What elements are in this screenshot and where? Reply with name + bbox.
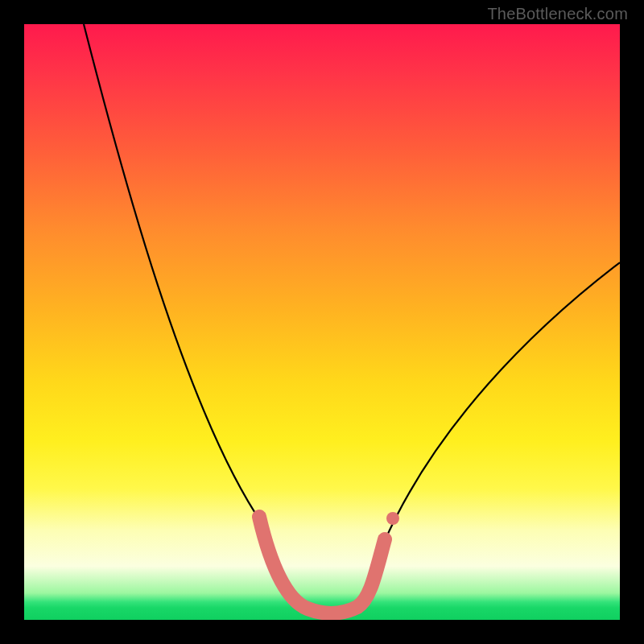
- chart-frame: TheBottleneck.com: [0, 0, 644, 644]
- trough-marker: [259, 517, 385, 613]
- trough-marker-dot: [386, 512, 399, 525]
- watermark-text: TheBottleneck.com: [487, 5, 628, 23]
- plot-area: [24, 24, 620, 620]
- curve-layer: [24, 24, 620, 620]
- bottleneck-curve: [84, 24, 620, 612]
